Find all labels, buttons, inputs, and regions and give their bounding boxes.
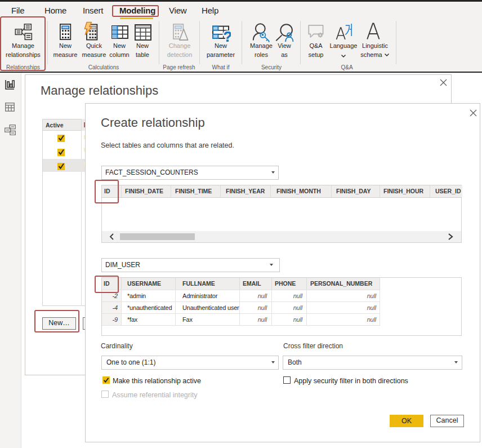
svg-text:?: ? <box>224 28 231 42</box>
